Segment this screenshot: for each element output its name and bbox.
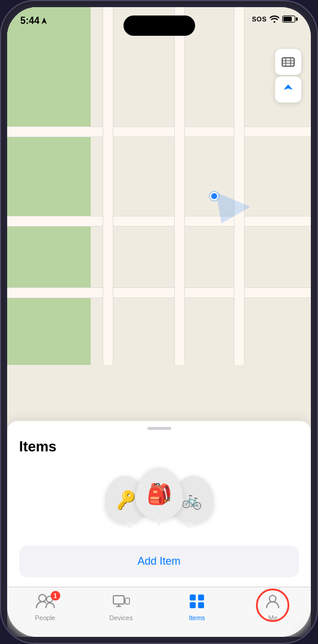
devices-tab-icon <box>112 593 130 612</box>
location-arrow-icon <box>282 83 294 95</box>
svg-rect-5 <box>190 595 196 600</box>
tab-items[interactable]: Items <box>159 593 235 621</box>
wifi-icon <box>270 16 279 23</box>
people-tab-icon: 1 <box>35 593 55 612</box>
tab-people[interactable]: 1 People <box>7 593 83 621</box>
sheet-handle <box>147 427 171 430</box>
me-tab-icon <box>265 593 280 612</box>
svg-rect-4 <box>125 598 129 604</box>
bottom-sheet: Items 🔑 🎒 🚲 Add Item <box>7 421 311 589</box>
me-tab-label: Me <box>268 614 277 621</box>
devices-icon <box>112 593 130 609</box>
keys-emoji: 🔑 <box>114 488 137 511</box>
map-icon <box>282 55 295 69</box>
tab-bar: 1 People Devices <box>7 587 311 637</box>
svg-rect-7 <box>190 602 196 608</box>
screen: 5:44 SOS <box>7 7 311 637</box>
tab-me[interactable]: Me <box>235 593 311 621</box>
sos-indicator: SOS <box>252 16 267 23</box>
svg-point-1 <box>39 595 46 602</box>
people-badge: 1 <box>51 591 60 600</box>
location-dot <box>210 192 218 200</box>
map-green-area <box>7 7 91 365</box>
map-area[interactable] <box>7 7 311 365</box>
phone-frame: 5:44 SOS <box>0 0 318 644</box>
map-background <box>7 7 311 365</box>
svg-rect-8 <box>198 602 204 608</box>
svg-rect-0 <box>282 58 294 66</box>
tab-devices[interactable]: Devices <box>83 593 159 621</box>
bike-emoji: 🚲 <box>181 488 204 511</box>
dynamic-island <box>124 16 195 36</box>
add-item-button[interactable]: Add Item <box>19 546 299 577</box>
map-road-h3 <box>7 287 311 298</box>
items-tab-icon <box>189 593 205 612</box>
map-road-v1 <box>103 7 113 365</box>
map-road-h2 <box>7 216 311 227</box>
pin-backpack[interactable]: 🎒 <box>135 467 183 520</box>
map-road-v2 <box>174 7 185 365</box>
battery-indicator <box>282 16 298 23</box>
status-time: 5:44 <box>20 16 47 26</box>
svg-rect-6 <box>198 595 204 600</box>
sheet-title: Items <box>19 438 299 455</box>
svg-rect-3 <box>113 596 124 604</box>
items-icon <box>189 593 205 609</box>
map-controls <box>275 49 301 103</box>
items-cluster: 🔑 🎒 🚲 <box>19 467 299 532</box>
svg-point-9 <box>270 596 276 602</box>
location-button[interactable] <box>275 76 301 103</box>
people-tab-label: People <box>35 614 55 621</box>
map-view-button[interactable] <box>275 49 301 75</box>
map-road-h1 <box>7 126 311 137</box>
devices-tab-label: Devices <box>109 614 132 621</box>
me-person-icon <box>265 593 280 609</box>
items-tab-label: Items <box>189 614 205 621</box>
time-display: 5:44 <box>20 16 39 26</box>
backpack-emoji: 🎒 <box>147 482 172 506</box>
location-arrow-icon <box>41 17 47 24</box>
status-icons: SOS <box>252 16 298 23</box>
